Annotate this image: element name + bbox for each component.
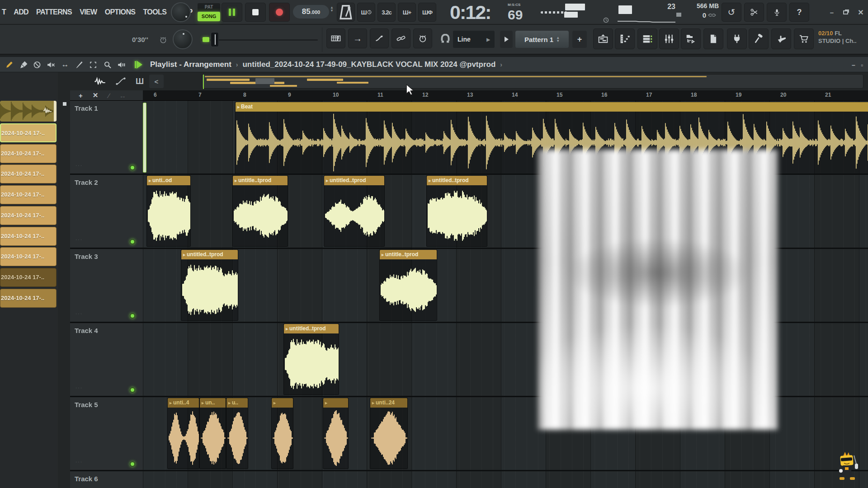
song-mode-label[interactable]: SONG bbox=[198, 12, 220, 21]
playlist-titlebar[interactable]: ↔ Playlist - Arrangement › untitled_2024… bbox=[0, 57, 868, 72]
edit-tools-button[interactable] bbox=[744, 3, 764, 22]
undo-button[interactable]: ↺ bbox=[722, 3, 741, 22]
timeline-ruler[interactable]: 6789101112131415161718192021 bbox=[143, 90, 868, 101]
typing-keyboard-button[interactable] bbox=[326, 28, 345, 48]
track-arm-dot[interactable] bbox=[130, 461, 135, 467]
delete-track-button[interactable]: ✕ bbox=[93, 91, 99, 99]
bin-knob-icon[interactable] bbox=[159, 36, 167, 44]
minimize-button[interactable]: – bbox=[826, 6, 837, 18]
select-tool-button[interactable] bbox=[88, 60, 99, 70]
track-arm-dot[interactable] bbox=[130, 165, 135, 170]
track-arm-dot[interactable] bbox=[130, 387, 135, 393]
audio-clip[interactable]: ▸untitled..tprod bbox=[181, 249, 238, 321]
pattern-play-button[interactable] bbox=[500, 31, 513, 48]
clip-header[interactable]: ▸untitle..tprod bbox=[380, 250, 437, 259]
audio-clip[interactable]: ▸u.. bbox=[226, 398, 248, 469]
multilink-knob-button[interactable] bbox=[413, 28, 432, 48]
menu-item-add[interactable]: ADD bbox=[14, 8, 28, 16]
audio-clip[interactable]: ▸untitled..tprod bbox=[426, 175, 487, 247]
stop-button[interactable] bbox=[245, 3, 266, 22]
playlist-maximize-button[interactable]: ▫ bbox=[861, 61, 863, 69]
clip-header[interactable]: ▸unti..24 bbox=[370, 398, 407, 408]
track-header[interactable]: Track 1··· bbox=[70, 101, 143, 175]
clip-header[interactable]: ▸ bbox=[323, 398, 348, 408]
pat-song-switch[interactable]: PAT SONG bbox=[198, 3, 220, 21]
zoom-tool-button[interactable] bbox=[102, 60, 113, 70]
clip-source-item[interactable]: 2024-10-24 17-.. bbox=[0, 268, 57, 287]
plugin-button[interactable] bbox=[727, 28, 747, 49]
audio-clip[interactable]: ▸ bbox=[323, 398, 349, 469]
zoom-slider-handle[interactable] bbox=[211, 32, 219, 47]
tab-audio[interactable] bbox=[93, 75, 107, 87]
playlist-minimize-button[interactable]: – bbox=[852, 61, 855, 69]
slice-tool-button[interactable] bbox=[74, 60, 85, 70]
snap-magnet-icon[interactable] bbox=[440, 34, 451, 45]
toggle-square[interactable] bbox=[63, 102, 66, 106]
piano-roll-button[interactable] bbox=[615, 28, 635, 49]
clip-source-item[interactable]: 2024-10-24 17-.. bbox=[0, 247, 57, 266]
audio-clip[interactable]: ▸untitled..tprod bbox=[324, 175, 385, 247]
clip-source-item[interactable]: 2024-10-24 17-.. bbox=[0, 144, 57, 163]
audio-clip[interactable]: ▸untitled..tprod bbox=[283, 324, 339, 395]
stretch-tool-button[interactable]: ↔ bbox=[60, 60, 71, 70]
track-header[interactable]: Track 5··· bbox=[70, 397, 143, 471]
clip-header[interactable]: ▸untitled..tprod bbox=[427, 176, 487, 185]
menu-item-patterns[interactable]: PATTERNS bbox=[36, 8, 72, 16]
tempo-display[interactable]: 85.000 bbox=[293, 5, 329, 19]
clip-source-item[interactable]: 2024-10-24 17-.. bbox=[0, 164, 57, 183]
help-button[interactable]: ? bbox=[789, 3, 809, 22]
audio-clip[interactable]: ▸unti..4 bbox=[167, 398, 199, 469]
browser-button[interactable] bbox=[681, 28, 701, 49]
track-arm-dot[interactable] bbox=[130, 313, 135, 319]
mixer-button[interactable] bbox=[659, 28, 679, 49]
audio-clip[interactable]: ▸untitle..tprod bbox=[232, 175, 288, 247]
resize-tool[interactable]: ↔ bbox=[119, 92, 126, 99]
oscilloscope[interactable] bbox=[541, 11, 567, 14]
blend-notes-button[interactable]: Ш+ bbox=[398, 3, 416, 22]
paint-tool-button[interactable] bbox=[18, 60, 29, 70]
playback-tool-button[interactable] bbox=[116, 60, 127, 70]
delete-tool-button[interactable] bbox=[32, 60, 42, 70]
snap-selector[interactable]: Line▶ bbox=[453, 31, 495, 48]
tempo-spinner[interactable]: ▲▼ bbox=[330, 6, 334, 12]
clip-header[interactable]: ▸un.. bbox=[200, 398, 226, 408]
clip-source-item[interactable]: 2024-10-24 17-.. bbox=[0, 185, 57, 204]
track-header[interactable]: Track 4··· bbox=[70, 323, 143, 397]
tab-patterns[interactable]: Ш bbox=[133, 75, 146, 87]
menu-item-options[interactable]: OPTIONS bbox=[105, 8, 136, 16]
shop-button[interactable] bbox=[794, 28, 814, 49]
time-display[interactable]: 0:12: 69 M:S:CS bbox=[450, 1, 540, 23]
clip-source-item[interactable]: 2024-10-24 17-.. bbox=[0, 289, 57, 308]
touch-button[interactable] bbox=[771, 28, 791, 49]
clipboard-button[interactable] bbox=[703, 28, 723, 49]
audio-clip[interactable]: ▸unti..od bbox=[146, 175, 191, 247]
clip-header[interactable]: ▸Beat bbox=[236, 102, 868, 112]
add-pattern-button[interactable]: + bbox=[572, 31, 587, 48]
wait-for-input-button[interactable]: Ш bbox=[357, 3, 375, 22]
restore-button[interactable] bbox=[840, 6, 851, 18]
track-header[interactable]: Track 2··· bbox=[70, 175, 143, 249]
playlist-panel-button[interactable] bbox=[593, 28, 613, 49]
scroll-back-button[interactable]: < bbox=[149, 75, 164, 88]
clip-source-item[interactable]: 2024-10-24 17-.. bbox=[0, 206, 57, 225]
audio-clip[interactable]: ▸untitle..tprod bbox=[379, 249, 437, 321]
track-header[interactable]: Track 6 bbox=[70, 471, 143, 488]
link-button[interactable] bbox=[392, 28, 410, 48]
clip-header[interactable]: ▸untitled..tprod bbox=[284, 324, 339, 333]
play-pause-button[interactable] bbox=[222, 3, 242, 22]
audio-record-button[interactable] bbox=[767, 3, 787, 22]
minimap-playhead[interactable] bbox=[203, 75, 204, 89]
metronome-button[interactable] bbox=[337, 3, 355, 22]
clip-header[interactable]: ▸ bbox=[272, 398, 293, 408]
lock-tool[interactable]: ∕ bbox=[108, 92, 109, 99]
countdown-button[interactable]: 3.2c bbox=[377, 3, 396, 22]
clip-header[interactable]: ▸untitled..tprod bbox=[181, 250, 238, 259]
close-button[interactable]: ✕ bbox=[855, 6, 866, 18]
clip-header[interactable]: ▸untitle..tprod bbox=[233, 176, 288, 185]
mute-tool-button[interactable] bbox=[45, 60, 56, 70]
playlist-minimap[interactable] bbox=[202, 74, 863, 89]
menu-item-view[interactable]: VIEW bbox=[80, 8, 97, 16]
pattern-selector[interactable]: Pattern 1 ▲▼ bbox=[515, 31, 569, 48]
shift-knob[interactable] bbox=[173, 29, 193, 49]
audio-clip[interactable]: ▸un.. bbox=[199, 398, 226, 469]
